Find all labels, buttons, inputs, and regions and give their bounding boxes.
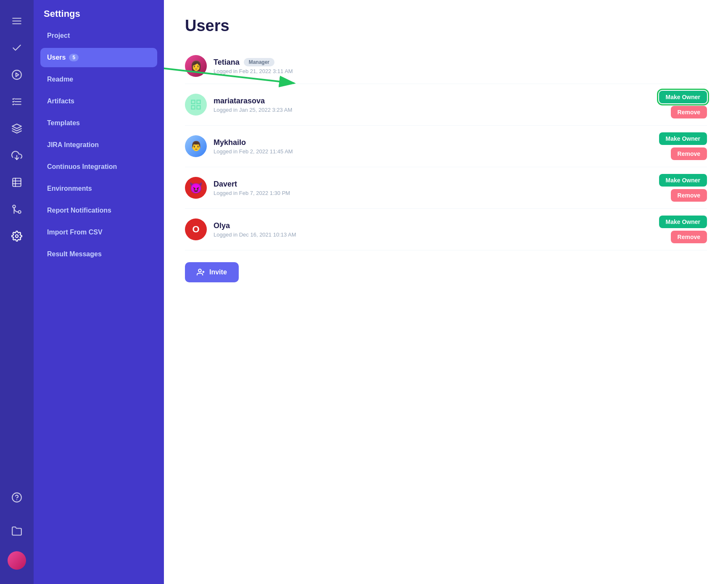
chart-icon[interactable] [0, 169, 34, 196]
users-badge: 5 [69, 54, 79, 61]
user-info-mykhailo: Mykhailo Logged in Feb 2, 2022 11:45 AM [214, 138, 652, 155]
user-info-mariatarasova: mariatarasova Logged in Jan 25, 2022 3:2… [214, 97, 652, 113]
make-owner-button-mykhailo[interactable]: Make Owner [659, 132, 707, 145]
user-info-davert: Davert Logged in Feb 7, 2022 1:30 PM [214, 180, 652, 196]
folder-icon[interactable] [0, 518, 34, 545]
user-name-davert: Davert [214, 180, 652, 189]
settings-sidebar: Settings Project Users 5 Readme Artifact… [34, 0, 164, 584]
user-row-olya: O Olya Logged in Dec 16, 2021 10:13 AM M… [185, 209, 707, 250]
sidebar-item-ci[interactable]: Continuos Integration [40, 157, 157, 176]
sidebar-item-templates[interactable]: Templates [40, 113, 157, 133]
invite-button[interactable]: Invite [185, 262, 239, 282]
git-icon[interactable] [0, 196, 34, 223]
sidebar-item-project[interactable]: Project [40, 26, 157, 45]
user-row-mariatarasova: mariatarasova Logged in Jan 25, 2022 3:2… [185, 84, 707, 126]
user-name-olya: Olya [214, 221, 652, 230]
settings-icon[interactable] [0, 223, 34, 250]
sidebar-item-artifacts[interactable]: Artifacts [40, 92, 157, 111]
user-login-mykhailo: Logged in Feb 2, 2022 11:45 AM [214, 148, 652, 155]
make-owner-button-olya[interactable]: Make Owner [659, 216, 707, 228]
sidebar-item-notifications[interactable]: Report Notifications [40, 201, 157, 220]
svg-marker-4 [16, 73, 19, 77]
svg-rect-24 [197, 105, 200, 109]
remove-button-mariatarasova[interactable]: Remove [671, 106, 707, 118]
user-row-tetiana: 👩 Tetiana Manager Logged in Feb 21, 2022… [185, 48, 707, 84]
svg-marker-8 [12, 124, 21, 129]
user-login-olya: Logged in Dec 16, 2021 10:13 AM [214, 231, 652, 238]
user-avatar-rail[interactable] [8, 551, 26, 570]
avatar-davert: 😈 [185, 177, 207, 199]
user-actions-mykhailo: Make Owner Remove [659, 132, 707, 160]
make-owner-button-davert[interactable]: Make Owner [659, 174, 707, 187]
avatar-tetiana: 👩 [185, 55, 207, 77]
remove-button-davert[interactable]: Remove [671, 189, 707, 202]
user-row-mykhailo: 👨 Mykhailo Logged in Feb 2, 2022 11:45 A… [185, 126, 707, 167]
sidebar-item-environments[interactable]: Environments [40, 179, 157, 198]
avatar-mykhailo: 👨 [185, 135, 207, 157]
svg-rect-10 [13, 178, 21, 187]
make-owner-button-mariatarasova[interactable]: Make Owner [659, 91, 707, 103]
user-row-davert: 😈 Davert Logged in Feb 7, 2022 1:30 PM M… [185, 167, 707, 209]
sidebar-item-jira[interactable]: JIRA Integration [40, 135, 157, 155]
avatar-olya: O [185, 218, 207, 240]
menu-icon[interactable] [0, 8, 34, 34]
play-icon[interactable] [0, 61, 34, 88]
checklist-icon[interactable] [0, 88, 34, 115]
sidebar-item-users[interactable]: Users 5 [40, 48, 157, 67]
page-title: Users [185, 17, 707, 35]
user-login-tetiana: Logged in Feb 21, 2022 3:11 AM [214, 68, 707, 74]
manager-badge: Manager [244, 58, 274, 66]
tasks-icon[interactable] [0, 34, 34, 61]
remove-button-olya[interactable]: Remove [671, 231, 707, 243]
user-name-mariatarasova: mariatarasova [214, 97, 652, 105]
svg-point-3 [12, 70, 21, 79]
icon-rail [0, 0, 34, 584]
sidebar-item-readme[interactable]: Readme [40, 70, 157, 89]
user-info-olya: Olya Logged in Dec 16, 2021 10:13 AM [214, 221, 652, 238]
user-actions-mariatarasova: Make Owner Remove [659, 91, 707, 118]
help-icon[interactable] [0, 484, 34, 511]
avatar-mariatarasova [185, 94, 207, 116]
sidebar-item-messages[interactable]: Result Messages [40, 245, 157, 264]
remove-button-mykhailo[interactable]: Remove [671, 147, 707, 160]
user-name-tetiana: Tetiana Manager [214, 58, 707, 67]
svg-point-26 [198, 269, 201, 272]
import-icon[interactable] [0, 142, 34, 169]
settings-title: Settings [40, 8, 157, 19]
user-name-mykhailo: Mykhailo [214, 138, 652, 147]
user-actions-olya: Make Owner Remove [659, 216, 707, 243]
svg-rect-23 [197, 100, 200, 104]
main-content: Users 👩 Tetiana Manager Logged in Feb 21… [164, 0, 728, 584]
user-login-davert: Logged in Feb 7, 2022 1:30 PM [214, 190, 652, 196]
sidebar-item-csv[interactable]: Import From CSV [40, 223, 157, 242]
svg-rect-25 [192, 105, 195, 109]
user-actions-davert: Make Owner Remove [659, 174, 707, 202]
user-info-tetiana: Tetiana Manager Logged in Feb 21, 2022 3… [214, 58, 707, 74]
invite-icon [197, 268, 205, 276]
svg-rect-22 [192, 100, 195, 104]
user-login-mariatarasova: Logged in Jan 25, 2022 3:23 AM [214, 107, 652, 113]
svg-point-16 [16, 235, 18, 238]
layers-icon[interactable] [0, 115, 34, 142]
